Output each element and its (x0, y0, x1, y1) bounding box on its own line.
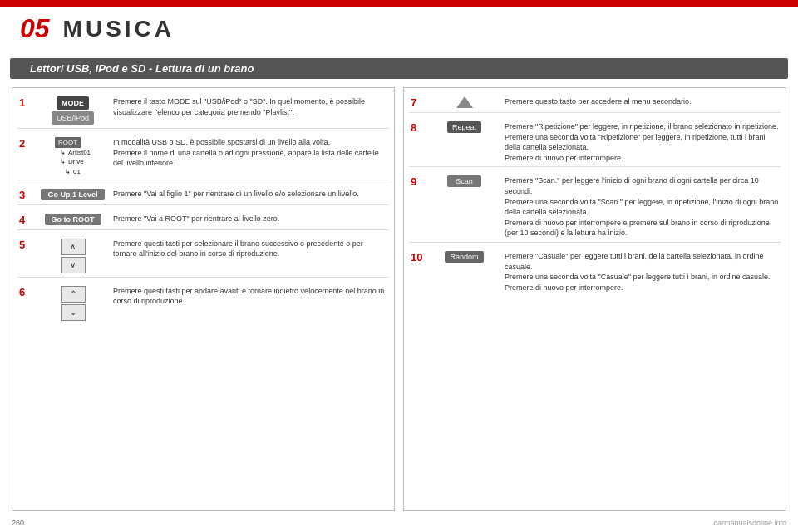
root-label: ROOT (55, 137, 81, 148)
section-number-4: 4 (19, 214, 32, 226)
header-red-bar (0, 0, 798, 7)
section-1: 1 MODE USB/iPod Premere il tasto MODE su… (17, 93, 389, 129)
header-title-area: 05 MUSICA (0, 7, 798, 51)
drive-label: Drive (68, 157, 84, 166)
section-7-text: Premere questo tasto per accedere al men… (505, 96, 779, 107)
section-9-text: Premere "Scan." per leggere l'inizio di … (505, 175, 779, 239)
subtitle-bar: Lettori USB, iPod e SD - Lettura di un b… (10, 58, 788, 79)
double-arrow-down-button[interactable]: ⌄ (61, 304, 86, 321)
section-number-2: 2 (19, 137, 32, 150)
section-number-10: 10 (411, 251, 424, 264)
section-4-text: Premere "Vai a ROOT" per rientrare al li… (113, 214, 387, 224)
page-footer: 260 (12, 519, 24, 527)
section-10: 10 Random Premere "Casuale" per leggere … (409, 248, 781, 296)
section-3-text: Premere "Vai al figlio 1" per rientrare … (113, 189, 387, 200)
section-6: 6 ⌃ ⌄ Premere questi tasti per andare av… (17, 283, 389, 324)
chapter-number: 05 (20, 13, 50, 44)
section-6-text: Premere questi tasti per andare avanti e… (113, 286, 387, 307)
section-7-visual (429, 96, 500, 108)
section-9-visual: Scan (429, 175, 500, 187)
mode-button[interactable]: MODE (57, 96, 89, 110)
section-5-visual: ∧ ∨ (37, 239, 108, 273)
section-4: 4 Go to ROOT Premere "Vai a ROOT" per ri… (17, 210, 389, 230)
section-3: 3 Go Up 1 Level Premere "Vai al figlio 1… (17, 185, 389, 205)
usb-ipod-button[interactable]: USB/iPod (52, 111, 94, 125)
section-5-text: Premere questi tasti per selezionare il … (113, 239, 387, 259)
page-header: 05 MUSICA (0, 0, 798, 58)
section-9: 9 Scan Premere "Scan." per leggere l'ini… (409, 172, 781, 243)
section-10-text: Premere "Casuale" per leggere tutti i br… (505, 251, 779, 293)
section-7: 7 Premere questo tasto per accedere al m… (409, 93, 781, 113)
section-number-9: 9 (411, 175, 424, 188)
section-number-6: 6 (19, 286, 32, 298)
arrow-down-button[interactable]: ∨ (61, 257, 86, 273)
page-number: 260 (12, 519, 24, 527)
watermark: carmanualsonline.info (713, 519, 786, 527)
section-6-visual: ⌃ ⌄ (37, 286, 108, 321)
section-8-text: Premere "Ripetizione" per leggere, in ri… (505, 121, 779, 163)
section-2-visual: ROOT ↳ Artist01 ↳ Drive ↳ 01 (37, 137, 108, 176)
section-8: 8 Repeat Premere "Ripetizione" per legge… (409, 118, 781, 167)
go-root-button[interactable]: Go to ROOT (45, 214, 101, 225)
folder-label: 01 (73, 167, 81, 176)
chapter-title: MUSICA (63, 16, 175, 42)
section-4-visual: Go to ROOT (37, 214, 108, 225)
section-number-3: 3 (19, 189, 32, 201)
section-1-text: Premere il tasto MODE sul "USB/iPod" o "… (113, 96, 387, 117)
section-number-5: 5 (19, 239, 32, 251)
section-number-1: 1 (19, 96, 32, 109)
section-2-text: In modalità USB o SD, è possibile sposta… (113, 137, 387, 169)
triangle-up-icon[interactable] (456, 96, 473, 108)
random-button[interactable]: Random (445, 251, 483, 263)
section-2: 2 ROOT ↳ Artist01 ↳ Drive ↳ 01 (17, 134, 389, 180)
double-arrow-up-button[interactable]: ⌃ (61, 286, 86, 303)
scan-button[interactable]: Scan (447, 175, 481, 187)
section-10-visual: Random (429, 251, 500, 263)
section-8-visual: Repeat (429, 121, 500, 133)
section-5: 5 ∧ ∨ Premere questi tasti per seleziona… (17, 235, 389, 278)
section-number-8: 8 (411, 121, 424, 134)
left-column: 1 MODE USB/iPod Premere il tasto MODE su… (12, 87, 395, 511)
section-number-7: 7 (411, 96, 424, 109)
main-content: 1 MODE USB/iPod Premere il tasto MODE su… (0, 79, 798, 520)
section-3-visual: Go Up 1 Level (37, 189, 108, 200)
go-up-button[interactable]: Go Up 1 Level (41, 189, 104, 200)
right-column: 7 Premere questo tasto per accedere al m… (403, 87, 786, 511)
subtitle-text: Lettori USB, iPod e SD - Lettura di un b… (30, 62, 254, 75)
section-1-visual: MODE USB/iPod (37, 96, 108, 125)
artist-label: Artist01 (68, 148, 91, 157)
repeat-button[interactable]: Repeat (447, 121, 481, 133)
arrow-up-button[interactable]: ∧ (61, 239, 86, 255)
